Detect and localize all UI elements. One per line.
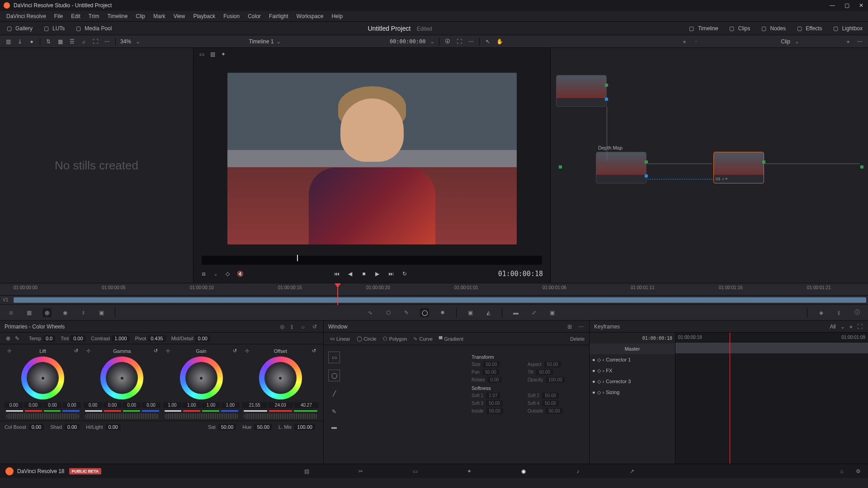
- node-1[interactable]: [556, 75, 607, 107]
- rotate-value[interactable]: 0.00: [487, 377, 501, 383]
- reset-icon[interactable]: ↺: [233, 348, 237, 354]
- node-depth-map[interactable]: Depth Map: [596, 152, 646, 183]
- soft1-value[interactable]: 2.07: [486, 393, 500, 399]
- gain-wheel[interactable]: [180, 357, 223, 399]
- rgb-mixer-icon[interactable]: ⦀: [79, 308, 88, 317]
- middetail-value[interactable]: 0.00: [195, 335, 210, 342]
- offset-value[interactable]: 24.03: [268, 402, 293, 408]
- reset-icon[interactable]: ↺: [154, 348, 158, 354]
- node-3[interactable]: 03 ⫞ ▭: [713, 152, 764, 183]
- motion-effects-icon[interactable]: ▣: [97, 308, 106, 317]
- pivot-value[interactable]: 0.435: [148, 335, 166, 342]
- kf-playhead[interactable]: [730, 333, 730, 464]
- bars-mode-icon[interactable]: ⫿: [291, 324, 297, 330]
- keyframe-toggle-icon[interactable]: ◈: [816, 308, 826, 317]
- bypass-icon[interactable]: ⦿: [444, 38, 451, 45]
- hue-value[interactable]: 50.00: [254, 424, 272, 430]
- play-icon[interactable]: ▶: [374, 271, 381, 277]
- edit-page-icon[interactable]: ▭: [410, 467, 420, 476]
- wheels-mode-icon[interactable]: ◎: [280, 324, 286, 330]
- gallery-button[interactable]: ▢Gallery: [4, 24, 34, 33]
- chevron-down-icon[interactable]: ⌄: [213, 271, 218, 277]
- menu-edit[interactable]: Edit: [67, 12, 84, 21]
- lmix-value[interactable]: 100.00: [294, 424, 315, 430]
- scopes-icon[interactable]: ⫿: [835, 308, 844, 317]
- chevron-right-icon[interactable]: ›: [603, 389, 604, 395]
- clips-button[interactable]: ▢Clips: [726, 24, 752, 33]
- bypass-fx-icon[interactable]: ⦻: [201, 271, 207, 277]
- dot-icon[interactable]: ●: [849, 324, 853, 330]
- gain-value[interactable]: 1.00: [221, 402, 240, 408]
- timeline-ruler[interactable]: 01:00:00:0001:00:00:0501:00:00:1001:00:0…: [0, 283, 868, 296]
- lift-value[interactable]: 0.00: [5, 402, 23, 408]
- gain-value[interactable]: 1.00: [182, 402, 201, 408]
- log-mode-icon[interactable]: ⌕: [302, 324, 308, 330]
- keyframes-mode[interactable]: All: [830, 324, 835, 330]
- magic-mask-icon[interactable]: ▣: [466, 308, 475, 317]
- shape-pen[interactable]: ✎: [328, 406, 340, 418]
- menu-davinci-resolve[interactable]: DaVinci Resolve: [3, 12, 50, 21]
- offset-wheel[interactable]: [259, 357, 302, 399]
- nodes-button[interactable]: ▢Nodes: [758, 24, 788, 33]
- viewer-image[interactable]: [193, 61, 550, 252]
- menu-color[interactable]: Color: [244, 12, 264, 21]
- more-icon[interactable]: ⋯: [104, 38, 111, 45]
- 3d-icon[interactable]: ▣: [547, 308, 557, 317]
- transport-timecode[interactable]: 01:00:00:18: [498, 270, 543, 278]
- shad-value[interactable]: 0.00: [65, 424, 80, 430]
- gamma-value[interactable]: 0.00: [123, 402, 141, 408]
- settings-icon[interactable]: ⚙: [854, 467, 863, 476]
- soft4-value[interactable]: 50.00: [542, 400, 559, 406]
- colboost-value[interactable]: 0.00: [29, 424, 44, 430]
- gain-value[interactable]: 1.00: [163, 402, 182, 408]
- gamma-value[interactable]: 0.00: [84, 402, 102, 408]
- clip-mode[interactable]: Clip: [781, 38, 790, 45]
- gain-value[interactable]: 1.00: [202, 402, 220, 408]
- menu-mark[interactable]: Mark: [150, 12, 169, 21]
- gamma-value[interactable]: 0.00: [142, 402, 160, 408]
- more-icon[interactable]: ⋯: [578, 324, 585, 330]
- dot-icon[interactable]: ●: [681, 38, 688, 45]
- menu-view[interactable]: View: [170, 12, 189, 21]
- sort-icon[interactable]: ⇅: [45, 38, 52, 45]
- diamond-icon[interactable]: ◇: [597, 389, 601, 395]
- timeline-name[interactable]: Timeline 1: [249, 38, 274, 45]
- kf-item-corrector-3[interactable]: ●◇›Corrector 3: [590, 376, 675, 387]
- aspect-value[interactable]: 50.00: [544, 361, 561, 367]
- split-view-icon[interactable]: ▥: [209, 51, 216, 58]
- chevron-right-icon[interactable]: ›: [603, 379, 604, 384]
- tint-value[interactable]: 0.00: [71, 335, 85, 342]
- timeline-clip[interactable]: [14, 297, 866, 303]
- hilight-value[interactable]: 0.00: [106, 424, 121, 430]
- lift-wheel[interactable]: [21, 357, 64, 399]
- offset-value[interactable]: 40.27: [294, 402, 319, 408]
- timeline-track[interactable]: V1: [0, 296, 868, 305]
- lift-value[interactable]: 0.00: [62, 402, 81, 408]
- more-icon[interactable]: ⋯: [856, 38, 863, 45]
- color-wheels-icon[interactable]: ◎: [42, 308, 52, 317]
- close-button[interactable]: ✕: [858, 2, 864, 9]
- lightbox-button[interactable]: ▢Lightbox: [830, 24, 864, 33]
- camera-raw-icon[interactable]: ⎚: [6, 308, 15, 317]
- kf-master[interactable]: Master: [590, 343, 675, 354]
- viewer-scrubber[interactable]: [202, 256, 542, 265]
- lift-value[interactable]: 0.00: [43, 402, 62, 408]
- reset-icon[interactable]: ↺: [74, 348, 78, 354]
- sizing-icon[interactable]: ⤢: [529, 308, 538, 317]
- mute-icon[interactable]: 🔇: [237, 271, 243, 277]
- cut-page-icon[interactable]: ✂: [356, 467, 365, 476]
- dot-icon[interactable]: ●: [844, 38, 852, 45]
- chevron-down-icon[interactable]: ⌄: [276, 38, 281, 45]
- shape-circle[interactable]: ◯: [328, 370, 340, 381]
- temp-value[interactable]: 0.0: [43, 335, 55, 342]
- panel-layout-icon[interactable]: ▥: [5, 38, 12, 45]
- still-grab-icon[interactable]: ⤓: [16, 38, 24, 45]
- keyframe-dot-icon[interactable]: ●: [592, 389, 595, 395]
- menu-help[interactable]: Help: [328, 12, 346, 21]
- minimize-button[interactable]: —: [829, 2, 835, 9]
- nodes-panel[interactable]: Depth Map 03 ⫞ ▭: [551, 48, 868, 283]
- qualifier-icon[interactable]: ✎: [402, 308, 411, 317]
- picker-icon[interactable]: ⊹: [166, 348, 170, 354]
- outside-value[interactable]: 50.00: [546, 408, 562, 414]
- kf-item-corrector-1[interactable]: ●◇›Corrector 1: [590, 354, 675, 365]
